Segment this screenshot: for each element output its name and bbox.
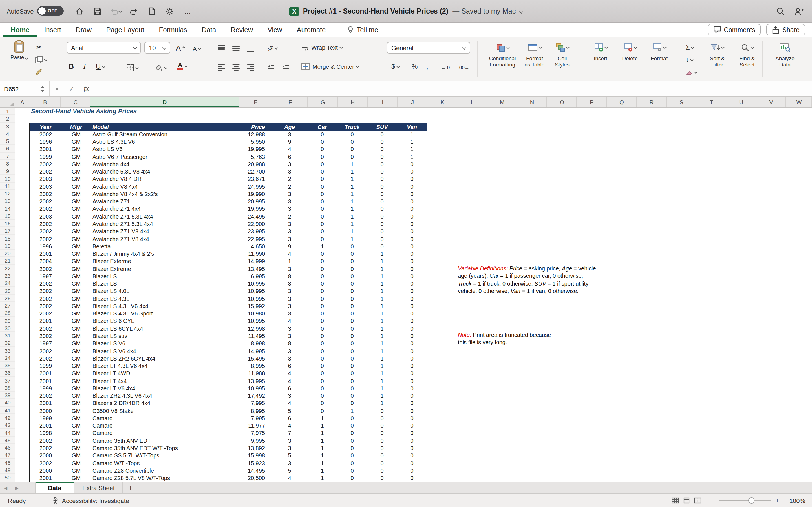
- cell[interactable]: 20,995: [239, 198, 272, 205]
- align-top-button[interactable]: [218, 43, 225, 54]
- cell[interactable]: 1: [397, 131, 427, 138]
- zoom-slider[interactable]: [719, 500, 771, 501]
- name-box-stepper-icon[interactable]: [40, 85, 45, 93]
- cell[interactable]: 3: [272, 392, 307, 400]
- cell[interactable]: 1: [307, 243, 337, 250]
- clear-button[interactable]: [686, 66, 697, 78]
- cell[interactable]: 0: [307, 258, 337, 265]
- cell[interactable]: 0: [307, 273, 337, 280]
- row-header-20[interactable]: 20: [0, 249, 15, 257]
- cell[interactable]: 0: [367, 407, 397, 414]
- cell[interactable]: C3500 V8 Stake: [91, 407, 239, 414]
- cell[interactable]: GM: [61, 146, 91, 153]
- cell[interactable]: 22,900: [239, 220, 272, 228]
- cell[interactable]: 0: [307, 400, 337, 407]
- row-header-12[interactable]: 12: [0, 190, 15, 198]
- cell[interactable]: 3: [272, 325, 307, 332]
- cell[interactable]: 2001: [30, 370, 61, 378]
- cell[interactable]: Avalanche Z71 V8 4x4: [91, 228, 239, 235]
- row-header-47[interactable]: 47: [0, 451, 15, 459]
- row-header-1[interactable]: 1: [0, 108, 15, 115]
- cell[interactable]: 0: [337, 280, 367, 288]
- row-header-17[interactable]: 17: [0, 227, 15, 235]
- cell[interactable]: 0: [337, 400, 367, 407]
- column-header-I[interactable]: I: [368, 97, 398, 107]
- cell[interactable]: 0: [337, 258, 367, 265]
- cell[interactable]: 11,977: [239, 422, 272, 430]
- cell[interactable]: 0: [307, 302, 337, 310]
- cell[interactable]: 0: [397, 400, 427, 407]
- cell[interactable]: 6: [272, 385, 307, 392]
- cell[interactable]: GM: [61, 459, 91, 467]
- cell[interactable]: 8,998: [239, 340, 272, 348]
- find-select-button[interactable]: Find & Select: [733, 40, 761, 68]
- accessibility-status[interactable]: Accessibility: Investigate: [52, 497, 129, 504]
- insert-cells-button[interactable]: Insert: [588, 40, 613, 62]
- cell[interactable]: Camaro W/T -Tops: [91, 459, 239, 467]
- cell[interactable]: Camaro 35th ANV EDT W/T -Tops: [91, 445, 239, 452]
- cell[interactable]: 1997: [30, 340, 61, 348]
- cell[interactable]: 9,995: [239, 437, 272, 445]
- cell[interactable]: 8: [272, 340, 307, 348]
- cell[interactable]: 0: [307, 153, 337, 161]
- row-header-9[interactable]: 9: [0, 167, 15, 175]
- row-header-21[interactable]: 21: [0, 257, 15, 265]
- cell[interactable]: 2001: [30, 474, 61, 482]
- cell[interactable]: 1997: [30, 273, 61, 280]
- table-header-mfgr[interactable]: Mfgr: [61, 123, 91, 131]
- cell[interactable]: 13,495: [239, 265, 272, 273]
- cell[interactable]: 7,975: [239, 430, 272, 437]
- cell[interactable]: 1: [367, 280, 397, 288]
- cell[interactable]: Avalanche Z71 V8 4x4: [91, 235, 239, 243]
- cell[interactable]: 8,995: [239, 407, 272, 414]
- cell[interactable]: 0: [337, 370, 367, 378]
- cell[interactable]: 0: [307, 295, 337, 302]
- cell[interactable]: GM: [61, 273, 91, 280]
- cell[interactable]: GM: [61, 243, 91, 250]
- row-header-14[interactable]: 14: [0, 205, 15, 212]
- cell[interactable]: 2002: [30, 198, 61, 205]
- cell[interactable]: GM: [61, 430, 91, 437]
- cell[interactable]: 0: [337, 318, 367, 325]
- cell[interactable]: 1999: [30, 414, 61, 422]
- column-header-N[interactable]: N: [517, 97, 547, 107]
- cell[interactable]: 0: [307, 228, 337, 235]
- previous-sheet-button[interactable]: ◀: [0, 482, 11, 494]
- cell[interactable]: 1: [367, 288, 397, 295]
- cell[interactable]: 2002: [30, 220, 61, 228]
- cell[interactable]: 0: [307, 205, 337, 213]
- cell[interactable]: Blazer LS: [91, 280, 239, 288]
- cell[interactable]: 0: [367, 131, 397, 138]
- cell[interactable]: 0: [337, 467, 367, 474]
- row-header-36[interactable]: 36: [0, 369, 15, 377]
- cell[interactable]: 3: [272, 198, 307, 205]
- cell[interactable]: GM: [61, 377, 91, 385]
- cell[interactable]: 2004: [30, 258, 61, 265]
- cell[interactable]: 1: [397, 153, 427, 161]
- cell[interactable]: 0: [307, 310, 337, 318]
- row-header-13[interactable]: 13: [0, 197, 15, 205]
- decrease-font-button[interactable]: A: [193, 43, 200, 54]
- cell[interactable]: 2001: [30, 250, 61, 258]
- row-header-34[interactable]: 34: [0, 354, 15, 362]
- cell[interactable]: 2002: [30, 310, 61, 318]
- sort-filter-button[interactable]: Sort & Filter: [703, 40, 732, 68]
- row-header-11[interactable]: 11: [0, 182, 15, 190]
- cell[interactable]: 1: [397, 146, 427, 153]
- cell[interactable]: 0: [397, 459, 427, 467]
- row-header-4[interactable]: 4: [0, 130, 15, 138]
- cell[interactable]: 0: [337, 295, 367, 302]
- cell[interactable]: 4: [272, 474, 307, 482]
- borders-button[interactable]: [126, 62, 138, 73]
- cell[interactable]: Avalanche Z71 5.3L 4x4: [91, 213, 239, 220]
- normal-view-icon[interactable]: [672, 497, 679, 504]
- cell[interactable]: 0: [307, 355, 337, 362]
- cell[interactable]: GM: [61, 228, 91, 235]
- share-user-icon[interactable]: [794, 7, 804, 15]
- align-right-button[interactable]: [247, 62, 254, 73]
- row-header-2[interactable]: 2: [0, 115, 15, 123]
- cell[interactable]: 0: [397, 452, 427, 459]
- cell[interactable]: Blazer Exterme: [91, 258, 239, 265]
- cell[interactable]: Camaro Z28 Convertible: [91, 467, 239, 474]
- cell[interactable]: GM: [61, 153, 91, 161]
